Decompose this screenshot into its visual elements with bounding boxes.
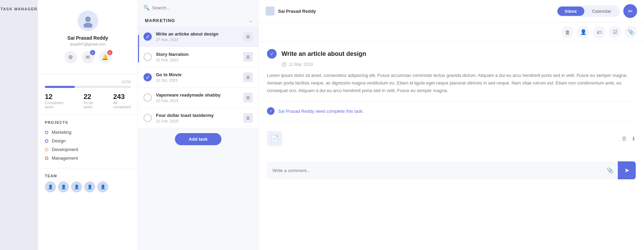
active-indicator (138, 35, 139, 62)
detail-completion-note: ✓ Sai Prasad Reddy need complete this ta… (267, 107, 636, 115)
main-panel: Sai Prasad Reddy ipsai047@gmail.com ⚙ ✉ … (38, 0, 138, 250)
project-dot-marketing (45, 131, 48, 134)
task-list-header: MARKETING ⌄ (138, 11, 258, 27)
task-info-3: Vaporware readymade shabby 22 Feb, 2019 (156, 92, 239, 103)
task-category-title: MARKETING (145, 18, 175, 23)
detail-panel: Sai Prasad Reddy Inbox Calendar ✏ 🗑 👤 🏷 … (259, 0, 644, 250)
attachment-action-buttons: 🗑 ⬇ (622, 136, 636, 142)
detail-task-header: ✓ Write an article about design (267, 49, 636, 59)
divider-1 (267, 101, 636, 102)
mail-badge: 2 (90, 50, 95, 55)
comment-attach-button[interactable]: 📎 (603, 167, 618, 174)
mail-button[interactable]: ✉ 2 (82, 51, 94, 63)
search-icon: 🔍 (143, 5, 149, 10)
task-name-4: Four dollar toast taxidermy (156, 113, 239, 118)
app-title: TASK MANAGER (0, 7, 37, 11)
delete-action-button[interactable]: 🗑 (561, 26, 574, 38)
completed-count: 12 (45, 93, 52, 101)
search-input[interactable] (152, 5, 253, 10)
project-management[interactable]: Management (45, 154, 131, 162)
all-count: 243 (113, 93, 125, 101)
tab-calendar[interactable]: Calendar (584, 7, 619, 16)
project-development[interactable]: Development (45, 145, 131, 154)
project-dot-management (45, 157, 48, 160)
task-check-done-0: ✓ (143, 32, 152, 41)
notification-button[interactable]: 🔔 5 (99, 51, 111, 63)
task-date-2: 22 Oct, 2023 (156, 78, 239, 82)
detail-nav-area: Inbox Calendar ✏ (556, 4, 637, 18)
detail-top-bar: Sai Prasad Reddy Inbox Calendar ✏ (259, 0, 644, 22)
todo-label: To do (83, 101, 93, 105)
todo-count: 22 (83, 93, 91, 101)
detail-task-check: ✓ (267, 49, 277, 59)
task-check-done-2: ✓ (143, 73, 152, 81)
tag-action-button[interactable]: 🏷 (593, 26, 605, 38)
checklist-action-button[interactable]: ☑ (609, 26, 621, 38)
task-name-0: Write an articke about design (156, 31, 239, 37)
team-member-4: 👤 (84, 181, 95, 192)
task-item-1[interactable]: ✓ Story Narration 22 Feb, 2023 🖼 (138, 47, 258, 67)
detail-user-info: Sai Prasad Reddy (266, 7, 316, 16)
comment-bar: 📎 ➤ (267, 161, 636, 179)
notification-badge: 5 (107, 50, 112, 55)
detail-user-avatar (266, 7, 275, 16)
attachment-download-button[interactable]: ⬇ (631, 136, 636, 142)
task-category-section: MARKETING ⌄ (138, 11, 258, 27)
tab-inbox[interactable]: Inbox (557, 7, 585, 16)
completed-label: Completed (45, 101, 63, 105)
attachment-delete-button[interactable]: 🗑 (622, 136, 627, 142)
profile-email: ipsai047@gmail.com (70, 42, 105, 46)
chevron-down-icon[interactable]: ⌄ (249, 18, 253, 23)
project-dot-design (45, 139, 48, 143)
task-thumb-4: 🖼 (243, 113, 253, 123)
todo-stat: 22 To do tasks (83, 93, 93, 109)
sidebar: TASK MANAGER (0, 0, 38, 250)
project-name-marketing: Marketing (52, 130, 71, 135)
todo-sub: tasks (83, 105, 92, 109)
team-member-1: 👤 (45, 181, 56, 192)
task-thumb-1: 🖼 (243, 52, 253, 62)
task-item-4[interactable]: ✓ Four dollar toast taxidermy 22 Feb, 20… (138, 108, 258, 128)
assign-action-button[interactable]: 👤 (577, 26, 589, 38)
progress-bar-fill (45, 86, 75, 88)
progress-bar-background (45, 86, 131, 88)
avatar (78, 10, 98, 31)
task-list-panel: 🔍 MARKETING ⌄ ✓ Write an articke about d… (138, 0, 259, 250)
task-info-2: Go to Movie 22 Oct, 2023 (156, 72, 239, 82)
add-task-button[interactable]: Add task (175, 133, 221, 145)
divider-2 (267, 122, 636, 122)
nav-tabs: Inbox Calendar (556, 6, 620, 17)
task-item-2[interactable]: ✓ Go to Movie 22 Oct, 2023 🖼 (138, 67, 258, 88)
task-item-3[interactable]: ✓ Vaporware readymade shabby 22 Feb, 201… (138, 88, 258, 108)
projects-title: PROJECTS (45, 120, 131, 124)
edit-button[interactable]: ✏ (623, 4, 637, 18)
profile-name: Sai Prasad Reddy (67, 35, 108, 41)
task-info-0: Write an articke about design 27 Nov, 20… (156, 31, 239, 42)
comment-send-button[interactable]: ➤ (618, 161, 636, 179)
stats-row: 12 Completed tasks 22 To do tasks 243 Al… (45, 93, 131, 109)
settings-button[interactable]: ⚙ (65, 51, 77, 63)
team-section: TEAM 👤 👤 👤 👤 👤 (38, 168, 138, 198)
task-name-3: Vaporware readymade shabby (156, 92, 239, 98)
team-member-5: 👤 (97, 181, 108, 192)
team-avatars: 👤 👤 👤 👤 👤 (45, 181, 131, 192)
comment-input[interactable] (267, 163, 603, 178)
team-member-2: 👤 (58, 181, 69, 192)
search-bar: 🔍 (138, 0, 258, 11)
profile-icon-row: ⚙ ✉ 2 🔔 5 (65, 51, 111, 63)
task-date-4: 22 Feb, 2019 (156, 119, 239, 123)
project-marketing[interactable]: Marketing (45, 128, 131, 137)
all-label: All (113, 101, 117, 105)
task-thumb-0: 🖼 (243, 32, 253, 41)
task-info-4: Four dollar toast taxidermy 22 Feb, 2019 (156, 113, 239, 123)
task-item-0[interactable]: ✓ Write an articke about design 27 Nov, … (138, 27, 258, 47)
attach-action-button[interactable]: 📎 (625, 26, 637, 38)
completion-check-icon: ✓ (267, 107, 275, 115)
clock-icon: 🕐 (281, 62, 287, 67)
detail-user-name: Sai Prasad Reddy (278, 9, 316, 14)
task-info-1: Story Narration 22 Feb, 2023 (156, 52, 239, 62)
task-name-2: Go to Movie (156, 72, 239, 77)
all-stat: 243 All completed (113, 93, 131, 109)
profile-section: Sai Prasad Reddy ipsai047@gmail.com ⚙ ✉ … (38, 0, 138, 74)
project-design[interactable]: Design (45, 137, 131, 145)
